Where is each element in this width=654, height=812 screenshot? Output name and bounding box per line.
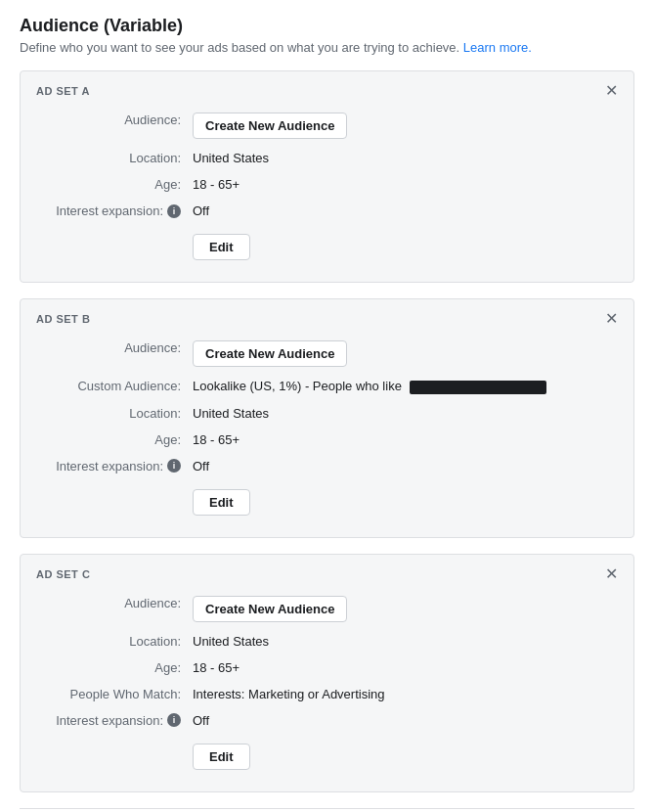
ad-set-c-people-match-row: People Who Match: Interests: Marketing o… [36,683,618,701]
redacted-page-name [410,381,546,394]
ad-set-b-interest-row: Interest expansion: i Off [36,455,618,474]
ad-set-c-card: AD SET C ✕ Audience: Create New Audience… [20,554,634,792]
ad-set-b-location-label: Location: [36,402,193,421]
ad-set-c-create-audience-button[interactable]: Create New Audience [193,596,347,622]
ad-set-b-interest-info-icon[interactable]: i [167,459,181,473]
ad-set-c-interest-value: Off [193,709,618,728]
ad-set-a-age-label: Age: [36,173,193,192]
ad-set-b-age-label: Age: [36,429,193,447]
ad-set-c-interest-row: Interest expansion: i Off [36,709,618,728]
ad-set-c-age-label: Age: [36,656,193,675]
ad-set-b-header: AD SET B [36,313,618,325]
ad-set-c-edit-button[interactable]: Edit [193,744,250,770]
ad-set-b-location-row: Location: United States [36,402,618,421]
ad-set-a-card: AD SET A ✕ Audience: Create New Audience… [20,70,634,283]
ad-set-b-age-row: Age: 18 - 65+ [36,429,618,447]
ad-set-b-interest-value: Off [193,455,618,474]
ad-set-b-card: AD SET B ✕ Audience: Create New Audience… [20,298,634,538]
ad-set-a-create-audience-button[interactable]: Create New Audience [193,113,347,139]
ad-set-b-custom-audience-value: Lookalike (US, 1%) - People who like [193,375,618,394]
ad-set-a-interest-label: Interest expansion: i [36,200,193,218]
ad-set-b-location-value: United States [193,402,618,421]
ad-set-c-edit-row: Edit [36,736,618,770]
ad-set-b-custom-audience-label: Custom Audience: [36,375,193,393]
ad-set-c-close-button[interactable]: ✕ [601,564,622,584]
ad-set-a-location-value: United States [193,147,618,165]
subtitle-text: Define who you want to see your ads base… [20,40,459,55]
ad-set-a-close-button[interactable]: ✕ [601,81,622,101]
ad-set-b-close-button[interactable]: ✕ [601,309,622,329]
learn-more-link[interactable]: Learn more. [463,40,532,55]
ad-set-c-audience-value: Create New Audience [193,592,618,622]
ad-set-c-interest-label: Interest expansion: i [36,709,193,728]
page-header: Audience (Variable) Define who you want … [20,16,634,55]
ad-set-b-audience-row: Audience: Create New Audience [36,337,618,367]
ad-set-a-edit-row: Edit [36,226,618,260]
ad-set-a-audience-row: Audience: Create New Audience [36,109,618,139]
ad-set-b-edit-row: Edit [36,481,618,516]
ad-set-b-audience-label: Audience: [36,337,193,355]
ad-set-c-location-label: Location: [36,630,193,649]
ad-set-b-custom-audience-row: Custom Audience: Lookalike (US, 1%) - Pe… [36,375,618,394]
page-subtitle: Define who you want to see your ads base… [20,40,634,55]
ad-set-c-header: AD SET C [36,568,618,580]
ad-set-c-people-match-value: Interests: Marketing or Advertising [193,683,618,701]
ad-set-a-audience-value: Create New Audience [193,109,618,139]
ad-set-a-location-row: Location: United States [36,147,618,165]
ad-set-b-audience-value: Create New Audience [193,337,618,367]
ad-set-a-interest-info-icon[interactable]: i [167,204,181,218]
ad-set-a-location-label: Location: [36,147,193,165]
ad-set-c-age-row: Age: 18 - 65+ [36,656,618,675]
ad-set-b-create-audience-button[interactable]: Create New Audience [193,340,347,367]
ad-set-c-age-value: 18 - 65+ [193,656,618,675]
footer-bar: Test Another Ad Set [20,808,634,812]
ad-set-c-location-row: Location: United States [36,630,618,649]
page-container: Audience (Variable) Define who you want … [0,0,654,812]
ad-set-a-age-value: 18 - 65+ [193,173,618,192]
ad-set-c-interest-info-icon[interactable]: i [167,713,181,727]
ad-set-c-audience-row: Audience: Create New Audience [36,592,618,622]
ad-set-a-header: AD SET A [36,85,618,97]
ad-set-a-interest-row: Interest expansion: i Off [36,200,618,218]
ad-set-b-age-value: 18 - 65+ [193,429,618,447]
ad-set-a-age-row: Age: 18 - 65+ [36,173,618,192]
ad-set-a-edit-button[interactable]: Edit [193,234,250,260]
page-title: Audience (Variable) [20,16,634,36]
ad-set-c-people-match-label: People Who Match: [36,683,193,701]
ad-set-a-audience-label: Audience: [36,109,193,127]
ad-set-c-audience-label: Audience: [36,592,193,610]
ad-set-b-interest-label: Interest expansion: i [36,455,193,474]
ad-set-c-location-value: United States [193,630,618,649]
ad-set-a-interest-value: Off [193,200,618,218]
ad-set-b-edit-button[interactable]: Edit [193,489,250,516]
